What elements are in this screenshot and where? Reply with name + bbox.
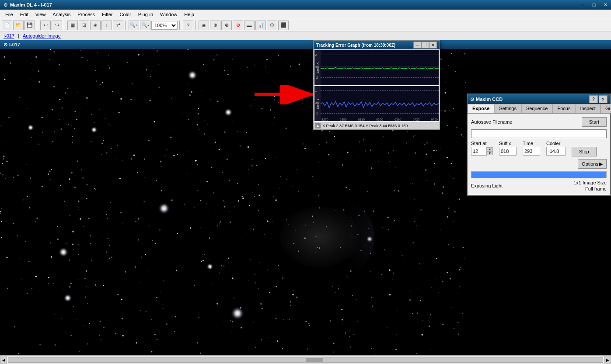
undo-button[interactable]: ↩ bbox=[40, 21, 51, 30]
tab-sequence[interactable]: Sequence bbox=[521, 104, 553, 113]
frame-label: Full frame bbox=[573, 186, 607, 191]
tab-separator: | bbox=[18, 33, 19, 38]
menu-process[interactable]: Process bbox=[74, 11, 98, 18]
tab-inspect[interactable]: Inspect bbox=[575, 104, 600, 113]
ccd-title-bar: ⊙ MaxIm CCD ? × bbox=[468, 94, 610, 104]
progress-bar-fill bbox=[471, 172, 606, 178]
autosave-label: Autosave Filename bbox=[471, 119, 519, 125]
help-button[interactable]: ? bbox=[183, 21, 193, 30]
separator-4 bbox=[179, 21, 181, 30]
zoom-in-button[interactable]: 🔍+ bbox=[129, 21, 139, 30]
open-button[interactable]: 📂 bbox=[13, 21, 24, 30]
x-error-graph-inner: 2 0 -2 bbox=[321, 50, 439, 85]
ccd-window-controls: ? × bbox=[589, 95, 608, 103]
tracking-stats-text: X Peak 2.37 RMS 0.154 Y Peak 3.44 RMS 0.… bbox=[322, 124, 408, 128]
tab-focus[interactable]: Focus bbox=[552, 104, 575, 113]
settings2-button[interactable]: ⚙ bbox=[267, 21, 277, 30]
window-controls: ─ □ ✕ bbox=[577, 0, 611, 10]
wcs-button[interactable]: ⊗ bbox=[221, 21, 232, 30]
zoom-out-button[interactable]: 🔍- bbox=[140, 21, 150, 30]
tab-autoguider[interactable]: Autoguider Image bbox=[23, 33, 61, 38]
spin-up[interactable]: ▲ bbox=[487, 147, 493, 151]
ccd-btn2[interactable]: ⊘ bbox=[233, 21, 243, 30]
app-icon: ⊙ bbox=[3, 2, 7, 8]
expose-icon-button[interactable]: ◙ bbox=[199, 21, 209, 30]
menu-filter[interactable]: Filter bbox=[98, 11, 116, 18]
menu-window[interactable]: Window bbox=[157, 11, 181, 18]
options-button[interactable]: Options ▶ bbox=[578, 159, 607, 169]
extra-button[interactable]: ⬛ bbox=[278, 21, 289, 30]
scroll-right-button[interactable]: ▶ bbox=[604, 356, 611, 364]
time-input[interactable] bbox=[523, 147, 540, 156]
tool1-button[interactable]: ◈ bbox=[90, 21, 101, 30]
ccd-panel: ⊙ MaxIm CCD ? × Expose Settings Sequence… bbox=[467, 94, 611, 196]
document-tabs: I-017 | Autoguider Image bbox=[0, 31, 611, 40]
menu-edit[interactable]: Edit bbox=[17, 11, 32, 18]
tab-image[interactable]: I-017 bbox=[3, 33, 14, 38]
menu-help[interactable]: Help bbox=[181, 11, 198, 18]
cooler-label: Cooler bbox=[546, 141, 566, 146]
menu-analysis[interactable]: Analysis bbox=[49, 11, 74, 18]
autosave-input[interactable] bbox=[471, 129, 607, 138]
tracking-title-text: Tracking Error Graph (from 18:39:00Z) bbox=[316, 43, 395, 48]
ccd-icon: ⊙ bbox=[470, 97, 474, 102]
suffix-label: Suffix bbox=[499, 141, 517, 146]
separator-5 bbox=[195, 21, 197, 30]
tab-guide[interactable]: Guide bbox=[601, 104, 611, 113]
tracking-maximize-button[interactable]: □ bbox=[421, 42, 429, 49]
stop-button[interactable]: Stop bbox=[572, 147, 597, 156]
tracking-minimize-button[interactable]: ─ bbox=[413, 42, 421, 49]
menu-color[interactable]: Color bbox=[116, 11, 135, 18]
progress-bar-container bbox=[471, 171, 607, 178]
image-icon: ⊙ bbox=[3, 42, 7, 48]
scroll-thumb[interactable] bbox=[306, 358, 323, 362]
x-error-graph: Error X 2 0 -2 bbox=[314, 50, 439, 85]
menu-plugin[interactable]: Plug-in bbox=[135, 11, 157, 18]
time-label: Time bbox=[523, 141, 540, 146]
tracking-stats-bar: ▶ X Peak 2.37 RMS 0.154 Y Peak 3.44 RMS … bbox=[314, 122, 440, 129]
save-button[interactable]: 💾 bbox=[24, 21, 35, 30]
horizontal-scrollbar[interactable]: ◀ ▶ bbox=[0, 355, 611, 364]
toolbar: 📄 📂 💾 ↩ ↪ ▦ ⊞ ◈ ↕ ⇄ 🔍+ 🔍- 100% ? ◙ ⊕ ⊗ ⊘… bbox=[0, 19, 611, 31]
cooler-input[interactable] bbox=[546, 147, 566, 156]
tool3-button[interactable]: ⇄ bbox=[113, 21, 123, 30]
tracking-close-button[interactable]: ✕ bbox=[429, 42, 437, 49]
image-title: I-017 bbox=[9, 42, 20, 47]
menu-view[interactable]: View bbox=[32, 11, 49, 18]
tool2-button[interactable]: ↕ bbox=[101, 21, 112, 30]
zoom-dropdown[interactable]: 100% bbox=[151, 21, 178, 30]
tab-settings[interactable]: Settings bbox=[494, 104, 521, 113]
suffix-input[interactable] bbox=[499, 147, 517, 156]
menu-bar: File Edit View Analysis Process Filter C… bbox=[0, 10, 611, 19]
image-title-bar: ⊙ I-017 bbox=[0, 40, 611, 49]
ccd-help-button[interactable]: ? bbox=[589, 95, 598, 103]
ccd-content: Autosave Filename Start Start at ▲ bbox=[468, 114, 610, 195]
new-button[interactable]: 📄 bbox=[2, 21, 12, 30]
stretch-button[interactable]: ▦ bbox=[67, 21, 78, 30]
redo-button[interactable]: ↪ bbox=[52, 21, 62, 30]
menu-file[interactable]: File bbox=[2, 11, 17, 18]
scroll-track[interactable] bbox=[8, 357, 603, 363]
minimize-button[interactable]: ─ bbox=[577, 0, 588, 10]
separator-1 bbox=[37, 21, 38, 30]
maximize-button[interactable]: □ bbox=[588, 0, 600, 10]
close-button[interactable]: ✕ bbox=[600, 0, 611, 10]
tracking-play-button[interactable]: ▶ bbox=[315, 123, 321, 128]
calibrate-button[interactable]: ⊞ bbox=[79, 21, 89, 30]
main-title-bar: ⊙ MaxIm DL 4 - I-017 ─ □ ✕ bbox=[0, 0, 611, 10]
separator-3 bbox=[125, 21, 127, 30]
start-button[interactable]: Start bbox=[582, 117, 607, 127]
tab-expose[interactable]: Expose bbox=[468, 104, 494, 113]
scroll-left-button[interactable]: ◀ bbox=[0, 356, 7, 364]
ccd-close-button[interactable]: × bbox=[599, 95, 608, 103]
y-error-graph-inner: 1 0 -1 8270 6300 6330 6360 6390 6420 645… bbox=[321, 86, 439, 121]
spin-down[interactable]: ▼ bbox=[487, 151, 493, 155]
plot-button[interactable]: 📊 bbox=[255, 21, 266, 30]
ccd-tabs: Expose Settings Sequence Focus Inspect G… bbox=[468, 104, 610, 114]
autosave-row: Autosave Filename Start bbox=[471, 117, 607, 127]
tracking-window-controls: ─ □ ✕ bbox=[413, 42, 437, 49]
start-at-input[interactable] bbox=[471, 147, 487, 156]
start-at-spinner[interactable]: ▲ ▼ bbox=[487, 147, 493, 155]
histogram-button[interactable]: ▬ bbox=[244, 21, 255, 30]
focus-button[interactable]: ⊕ bbox=[210, 21, 220, 30]
